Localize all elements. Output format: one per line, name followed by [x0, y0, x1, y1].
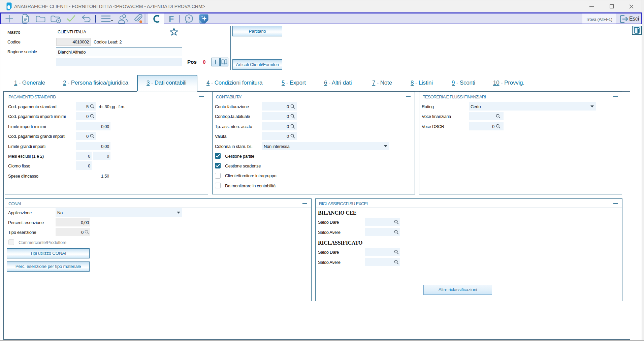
- svg-text:?: ?: [188, 16, 190, 21]
